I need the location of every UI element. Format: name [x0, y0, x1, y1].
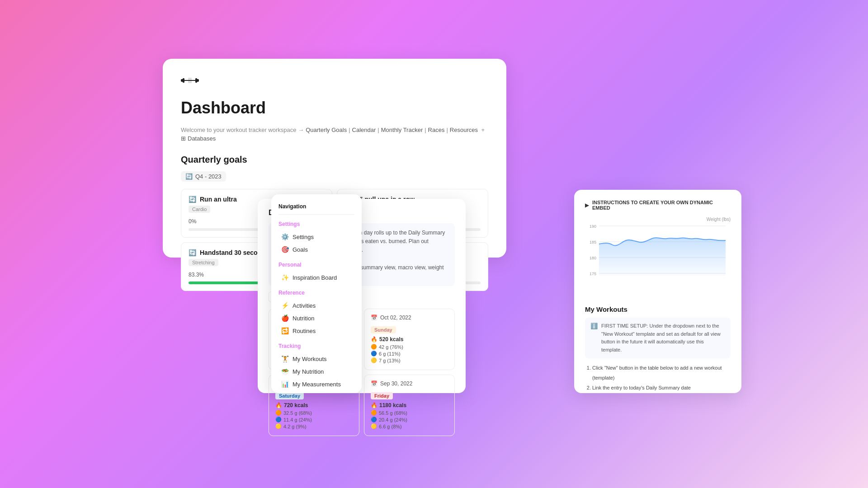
nav-label-routines: Routines — [292, 328, 316, 334]
nav-item-my-measurements[interactable]: 📊 My Measurements — [278, 378, 354, 390]
step-1: Click "New" button in the table below to… — [592, 363, 731, 383]
kcal-sep30: 🔥1180 kcals — [371, 402, 448, 408]
apple-icon: 🍎 — [281, 314, 289, 322]
gear-icon: ⚙️ — [281, 233, 289, 240]
salad-icon: 🥗 — [281, 368, 289, 375]
quarter-label: 🔄 Q4 - 2023 — [181, 171, 226, 182]
repeat-icon: 🔁 — [281, 327, 289, 334]
macro-oct1-1: 🔵11.4 g (24%) — [275, 417, 353, 422]
sparkle-icon: ✨ — [281, 274, 289, 281]
macro-oct2-1: 🔵6 g (11%) — [371, 351, 448, 357]
nav-category-tracking: Tracking — [278, 343, 354, 349]
macro-oct2-2: 🟡7 g (13%) — [371, 357, 448, 363]
day-badge-sep30: Friday — [371, 392, 393, 399]
dumbbell-icon: 🏋️ — [281, 355, 289, 362]
macro-sep30-2: 🟡6.6 g (8%) — [371, 423, 448, 429]
breadcrumb-link-resources[interactable]: Resources — [450, 127, 478, 133]
kcal-oct1: 🔥720 kcals — [275, 402, 353, 408]
nav-item-my-workouts[interactable]: 🏋️ My Workouts — [278, 353, 354, 365]
setup-info-icon: ℹ️ — [590, 323, 598, 354]
right-embed-card: ▶ INSTRUCTIONS TO CREATE YOUR OWN DYNAMI… — [574, 190, 741, 393]
nav-item-nutrition[interactable]: 🍎 Nutrition — [278, 312, 354, 324]
nav-category-personal: Personal — [278, 262, 354, 268]
breadcrumb-link-monthly[interactable]: Monthly Tracker — [381, 127, 423, 133]
nav-category-reference: Reference — [278, 290, 354, 296]
goal-tag-handstand: Stretching — [189, 259, 218, 266]
day-header-oct2: 📅 Oct 02, 2022 — [371, 314, 448, 321]
svg-rect-2 — [183, 78, 184, 83]
nav-item-activities[interactable]: ⚡ Activities — [278, 300, 354, 311]
day-header-sep30: 📅 Sep 30, 2022 — [371, 380, 448, 387]
macro-sep30-0: 🟠56.5 g (68%) — [371, 410, 448, 416]
nav-label-activities: Activities — [292, 302, 316, 309]
nav-label-nutrition: Nutrition — [292, 315, 314, 322]
nav-item-goals[interactable]: 🎯 Goals — [278, 244, 354, 255]
target-icon: 🎯 — [281, 246, 289, 253]
embed-header[interactable]: ▶ INSTRUCTIONS TO CREATE YOUR OWN DYNAMI… — [585, 200, 731, 211]
day-badge-oct2: Sunday — [371, 326, 396, 333]
nav-item-my-nutrition[interactable]: 🥗 My Nutrition — [278, 366, 354, 377]
nav-item-routines[interactable]: 🔁 Routines — [278, 325, 354, 337]
svg-text:185: 185 — [590, 240, 596, 244]
nav-label-my-workouts: My Workouts — [292, 356, 327, 362]
nav-label-inspiration: Inspiration Board — [292, 274, 337, 281]
breadcrumb-intro: Welcome to your workout tracker workspac… — [181, 127, 304, 133]
setup-info-box: ℹ️ FIRST TIME SETUP: Under the dropdown … — [585, 318, 731, 358]
page-title: Dashboard — [181, 99, 488, 117]
nav-label-my-measurements: My Measurements — [292, 381, 341, 388]
lightning-icon: ⚡ — [281, 302, 289, 309]
goal-icon-handstand: 🔄 — [189, 249, 196, 256]
app-logo — [181, 75, 488, 86]
macro-oct1-0: 🟠32.5 g (68%) — [275, 410, 353, 416]
chart-y-label: Weight (lbs) — [707, 217, 731, 222]
breadcrumb-databases[interactable]: ⊞ Databases — [181, 135, 216, 142]
navigation-card: Navigation Settings ⚙️ Settings 🎯 Goals … — [271, 194, 362, 393]
svg-text:175: 175 — [590, 272, 596, 276]
embed-header-text: INSTRUCTIONS TO CREATE YOUR OWN DYNAMIC … — [592, 200, 731, 211]
day-card-sep30[interactable]: 📅 Sep 30, 2022 Friday 🔥1180 kcals 🟠56.5 … — [364, 375, 455, 436]
macro-sep30-1: 🔵20.4 g (24%) — [371, 417, 448, 422]
svg-text:180: 180 — [590, 256, 596, 260]
nav-section-title: Navigation — [278, 203, 354, 210]
weight-chart: Weight (lbs) 190 185 180 175 — [585, 217, 731, 298]
day-badge-oct1: Saturday — [275, 392, 304, 399]
day-date-sep30: Sep 30, 2022 — [380, 380, 412, 387]
svg-rect-3 — [195, 78, 197, 83]
macro-oct1-2: 🟡4.2 g (9%) — [275, 423, 353, 429]
weight-chart-svg: 190 185 180 175 — [585, 217, 731, 289]
step-2: Link the entry to today's Daily Summary … — [592, 383, 731, 393]
svg-rect-5 — [188, 78, 192, 83]
setup-text: FIRST TIME SETUP: Under the dropdown nex… — [601, 322, 725, 354]
kcal-oct2: 🔥520 kcals — [371, 336, 448, 343]
nav-category-settings: Settings — [278, 221, 354, 227]
quarterly-goals-heading: Quarterly goals — [181, 155, 488, 165]
svg-text:190: 190 — [590, 224, 596, 229]
day-date-oct2: Oct 02, 2022 — [380, 314, 411, 321]
steps-list: Click "New" button in the table below to… — [585, 363, 731, 393]
goal-tag-run: Cardio — [189, 206, 210, 213]
breadcrumb-link-quarterly[interactable]: Quarterly Goals — [306, 127, 347, 133]
breadcrumb: Welcome to your workout tracker workspac… — [181, 127, 488, 142]
macro-oct2-0: 🟠42 g (76%) — [371, 344, 448, 350]
nav-label-settings: Settings — [292, 234, 314, 240]
goal-icon-run: 🔄 — [189, 196, 196, 203]
nav-label-goals: Goals — [292, 246, 308, 253]
workouts-section-title: My Workouts — [585, 305, 731, 313]
nav-item-settings[interactable]: ⚙️ Settings — [278, 231, 354, 243]
step-3: Choose an activity from the "Activities"… — [592, 393, 731, 393]
breadcrumb-link-races[interactable]: Races — [428, 127, 445, 133]
breadcrumb-link-calendar[interactable]: Calendar — [352, 127, 376, 133]
nav-label-my-nutrition: My Nutrition — [292, 368, 324, 375]
day-card-oct2[interactable]: 📅 Oct 02, 2022 Sunday 🔥520 kcals 🟠42 g (… — [364, 309, 455, 370]
chart-icon: 📊 — [281, 380, 289, 388]
goal-name-run: Run an ultra — [200, 196, 237, 203]
nav-item-inspiration[interactable]: ✨ Inspiration Board — [278, 272, 354, 283]
